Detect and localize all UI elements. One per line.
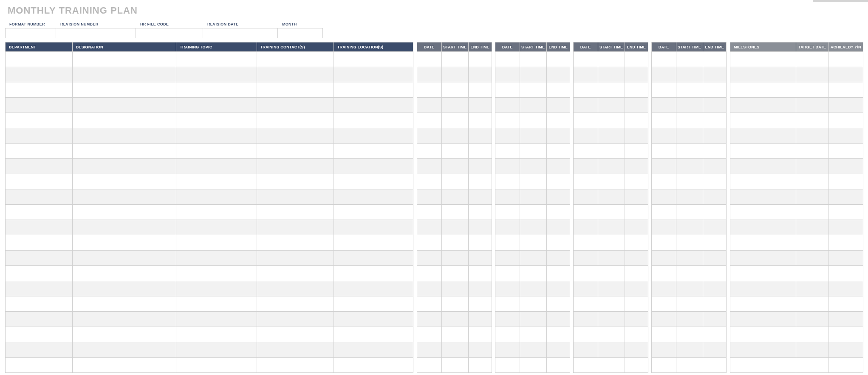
cell-training_locations[interactable] (334, 189, 413, 205)
cell-training_locations[interactable] (334, 312, 413, 327)
cell-w1_start[interactable] (441, 281, 468, 296)
cell-w2_end[interactable] (546, 113, 570, 128)
cell-w3_date[interactable] (573, 235, 598, 251)
cell-w3_date[interactable] (573, 159, 598, 174)
cell-w3_end[interactable] (625, 128, 648, 144)
cell-training_locations[interactable] (334, 235, 413, 251)
cell-training_topic[interactable] (176, 98, 257, 113)
cell-achieved[interactable] (828, 98, 863, 113)
cell-w1_start[interactable] (441, 296, 468, 312)
cell-w4_start[interactable] (676, 205, 703, 220)
cell-w2_end[interactable] (546, 296, 570, 312)
cell-designation[interactable] (72, 220, 176, 235)
cell-w2_start[interactable] (520, 281, 546, 296)
cell-achieved[interactable] (828, 281, 863, 296)
cell-w4_start[interactable] (676, 342, 703, 358)
cell-w1_date[interactable] (417, 358, 441, 373)
cell-designation[interactable] (72, 281, 176, 296)
cell-w3_start[interactable] (598, 67, 625, 82)
cell-w2_date[interactable] (495, 358, 520, 373)
cell-w3_end[interactable] (625, 266, 648, 281)
cell-w2_end[interactable] (546, 312, 570, 327)
cell-w1_date[interactable] (417, 220, 441, 235)
cell-achieved[interactable] (828, 327, 863, 342)
cell-w3_date[interactable] (573, 98, 598, 113)
cell-w1_start[interactable] (441, 312, 468, 327)
cell-w1_start[interactable] (441, 144, 468, 159)
cell-w4_end[interactable] (703, 159, 726, 174)
cell-designation[interactable] (72, 159, 176, 174)
cell-w3_end[interactable] (625, 82, 648, 98)
cell-w3_date[interactable] (573, 113, 598, 128)
cell-training_contacts[interactable] (257, 174, 334, 189)
cell-milestones[interactable] (730, 128, 796, 144)
cell-w1_date[interactable] (417, 235, 441, 251)
cell-designation[interactable] (72, 52, 176, 67)
cell-training_topic[interactable] (176, 174, 257, 189)
cell-w2_end[interactable] (546, 82, 570, 98)
cell-w3_date[interactable] (573, 358, 598, 373)
cell-designation[interactable] (72, 98, 176, 113)
cell-training_topic[interactable] (176, 82, 257, 98)
cell-w4_start[interactable] (676, 235, 703, 251)
cell-w4_end[interactable] (703, 327, 726, 342)
cell-w1_date[interactable] (417, 144, 441, 159)
cell-training_topic[interactable] (176, 342, 257, 358)
cell-department[interactable] (6, 358, 73, 373)
cell-target_date[interactable] (796, 159, 828, 174)
cell-w4_start[interactable] (676, 189, 703, 205)
cell-target_date[interactable] (796, 98, 828, 113)
cell-w1_end[interactable] (468, 312, 492, 327)
input-format-number[interactable] (5, 28, 56, 38)
cell-w2_date[interactable] (495, 251, 520, 266)
cell-w1_start[interactable] (441, 266, 468, 281)
cell-milestones[interactable] (730, 342, 796, 358)
cell-milestones[interactable] (730, 312, 796, 327)
cell-w3_end[interactable] (625, 113, 648, 128)
cell-w2_start[interactable] (520, 144, 546, 159)
cell-w2_start[interactable] (520, 266, 546, 281)
cell-w4_date[interactable] (651, 98, 676, 113)
cell-w1_start[interactable] (441, 82, 468, 98)
cell-w3_start[interactable] (598, 82, 625, 98)
cell-training_contacts[interactable] (257, 327, 334, 342)
cell-w4_date[interactable] (651, 266, 676, 281)
cell-w1_start[interactable] (441, 52, 468, 67)
cell-w1_end[interactable] (468, 266, 492, 281)
cell-milestones[interactable] (730, 174, 796, 189)
cell-department[interactable] (6, 174, 73, 189)
cell-department[interactable] (6, 281, 73, 296)
cell-training_topic[interactable] (176, 235, 257, 251)
cell-training_contacts[interactable] (257, 296, 334, 312)
cell-training_topic[interactable] (176, 312, 257, 327)
cell-w4_end[interactable] (703, 342, 726, 358)
cell-w3_end[interactable] (625, 220, 648, 235)
cell-department[interactable] (6, 52, 73, 67)
cell-training_locations[interactable] (334, 113, 413, 128)
cell-w2_date[interactable] (495, 312, 520, 327)
cell-designation[interactable] (72, 144, 176, 159)
input-revision-number[interactable] (56, 28, 136, 38)
cell-training_contacts[interactable] (257, 251, 334, 266)
cell-training_locations[interactable] (334, 342, 413, 358)
cell-w3_end[interactable] (625, 189, 648, 205)
cell-w1_date[interactable] (417, 266, 441, 281)
cell-w2_start[interactable] (520, 159, 546, 174)
cell-w2_start[interactable] (520, 312, 546, 327)
cell-w4_start[interactable] (676, 220, 703, 235)
cell-w1_date[interactable] (417, 296, 441, 312)
cell-training_topic[interactable] (176, 113, 257, 128)
cell-w3_date[interactable] (573, 144, 598, 159)
cell-w3_start[interactable] (598, 327, 625, 342)
cell-training_topic[interactable] (176, 205, 257, 220)
cell-w1_end[interactable] (468, 67, 492, 82)
cell-w4_start[interactable] (676, 296, 703, 312)
cell-w2_start[interactable] (520, 113, 546, 128)
cell-designation[interactable] (72, 327, 176, 342)
cell-w1_start[interactable] (441, 113, 468, 128)
cell-w2_date[interactable] (495, 281, 520, 296)
cell-w2_start[interactable] (520, 205, 546, 220)
cell-w1_end[interactable] (468, 128, 492, 144)
cell-w3_end[interactable] (625, 358, 648, 373)
cell-w1_start[interactable] (441, 67, 468, 82)
